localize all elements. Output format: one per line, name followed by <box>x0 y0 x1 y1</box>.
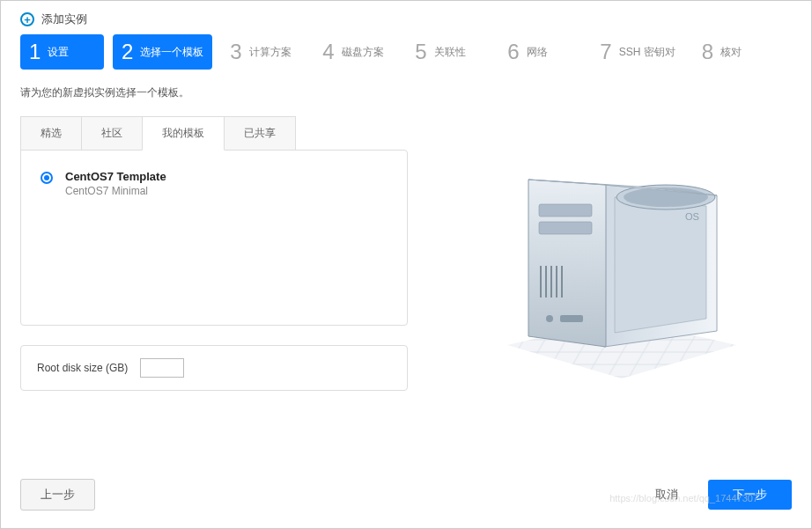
root-disk-row: Root disk size (GB) <box>20 345 408 391</box>
step-number: 5 <box>415 40 426 64</box>
svg-rect-8 <box>539 204 592 217</box>
step-label: 选择一个模板 <box>140 46 203 58</box>
template-info: CentOS7 Template CentOS7 Minimal <box>65 170 166 197</box>
dialog-header: + 添加实例 <box>1 1 811 34</box>
illustration-column: OS <box>443 116 792 398</box>
dialog-title: 添加实例 <box>41 11 87 27</box>
template-tabs: 精选 社区 我的模板 已共享 <box>20 116 408 151</box>
step-label: 核对 <box>720 46 742 58</box>
step-number: 2 <box>122 40 133 64</box>
step-label: 磁盘方案 <box>342 46 384 58</box>
svg-rect-16 <box>560 315 583 322</box>
step-2-template[interactable]: 2 选择一个模板 <box>113 34 212 70</box>
step-label: 网络 <box>527 46 548 58</box>
next-button[interactable]: 下一步 <box>708 480 792 510</box>
svg-point-15 <box>546 315 553 322</box>
step-label: 设置 <box>48 46 69 58</box>
step-7-ssh[interactable]: 7 SSH 密钥对 <box>591 34 683 70</box>
radio-icon[interactable] <box>41 172 53 184</box>
template-item[interactable]: CentOS7 Template CentOS7 Minimal <box>41 170 388 197</box>
step-8-review[interactable]: 8 核对 <box>693 34 777 70</box>
main-content: 精选 社区 我的模板 已共享 CentOS7 Template CentOS7 … <box>1 116 811 398</box>
tab-community[interactable]: 社区 <box>81 116 143 151</box>
root-disk-label: Root disk size (GB) <box>37 362 128 374</box>
template-list-panel: CentOS7 Template CentOS7 Minimal <box>20 150 408 326</box>
step-number: 1 <box>29 40 41 64</box>
previous-button[interactable]: 上一步 <box>20 479 95 511</box>
step-label: 关联性 <box>434 46 466 58</box>
template-name: CentOS7 Template <box>65 170 166 183</box>
computer-illustration-icon: OS <box>490 143 745 398</box>
tab-featured[interactable]: 精选 <box>20 116 82 151</box>
step-number: 8 <box>702 40 713 64</box>
tab-shared[interactable]: 已共享 <box>224 116 296 151</box>
svg-rect-9 <box>539 222 592 234</box>
step-3-compute[interactable]: 3 计算方案 <box>221 34 305 70</box>
step-number: 6 <box>507 40 519 64</box>
cancel-button[interactable]: 取消 <box>636 480 698 510</box>
step-number: 4 <box>322 40 334 64</box>
step-number: 3 <box>230 40 241 64</box>
instruction-text: 请为您的新虚拟实例选择一个模板。 <box>1 85 811 116</box>
step-6-network[interactable]: 6 网络 <box>498 34 582 70</box>
root-disk-input[interactable] <box>140 358 184 378</box>
os-label: OS <box>685 211 699 222</box>
wizard-steps: 1 设置 2 选择一个模板 3 计算方案 4 磁盘方案 5 关联性 6 网络 7… <box>1 34 811 85</box>
tab-my-templates[interactable]: 我的模板 <box>142 116 225 151</box>
step-label: 计算方案 <box>249 46 292 58</box>
step-label: SSH 密钥对 <box>619 46 675 58</box>
left-column: 精选 社区 我的模板 已共享 CentOS7 Template CentOS7 … <box>20 116 408 398</box>
add-icon: + <box>20 12 34 26</box>
step-4-disk[interactable]: 4 磁盘方案 <box>314 34 397 70</box>
dialog-footer: 上一步 取消 下一步 <box>1 467 811 528</box>
template-description: CentOS7 Minimal <box>65 185 166 197</box>
step-5-affinity[interactable]: 5 关联性 <box>406 34 490 70</box>
step-number: 7 <box>600 40 611 64</box>
step-1-setup[interactable]: 1 设置 <box>20 34 104 70</box>
